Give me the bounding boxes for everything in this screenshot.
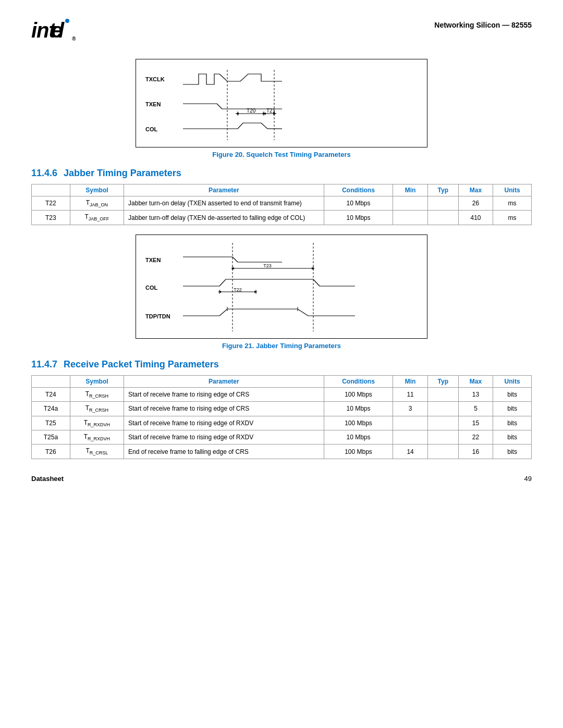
col-header-typ: Typ bbox=[427, 375, 458, 387]
row-symbol: TR_CRSH bbox=[70, 402, 124, 416]
table-row: T23 TJAB_OFF Jabber turn-off delay (TXEN… bbox=[32, 211, 532, 225]
svg-text:TXCLK: TXCLK bbox=[145, 76, 165, 82]
section-11-4-6-number: 11.4.6 bbox=[31, 168, 57, 179]
row-id: T24a bbox=[32, 402, 70, 416]
svg-line-23 bbox=[261, 123, 267, 129]
col-header-parameter: Parameter bbox=[124, 375, 324, 387]
figure21-container: TXEN COL TDP/TDN T23 bbox=[31, 235, 532, 350]
row-typ bbox=[427, 430, 458, 444]
row-symbol: TJAB_OFF bbox=[70, 211, 124, 225]
table-row: T24 TR_CRSH Start of receive frame to ri… bbox=[32, 387, 532, 401]
svg-text:COL: COL bbox=[145, 285, 158, 291]
row-units: ms bbox=[493, 211, 532, 225]
figure20-diagram: TXCLK TXEN COL bbox=[136, 59, 427, 147]
section-11-4-6-title: Jabber Timing Parameters bbox=[64, 168, 181, 179]
col-header-id bbox=[32, 375, 70, 387]
svg-text:TXEN: TXEN bbox=[145, 257, 161, 263]
col-header-units: Units bbox=[493, 184, 532, 196]
row-max: 16 bbox=[458, 445, 493, 459]
col-header-symbol: Symbol bbox=[70, 375, 124, 387]
row-id: T22 bbox=[32, 196, 70, 211]
row-units: bits bbox=[493, 387, 532, 401]
row-parameter: Jabber turn-off delay (TXEN de-asserted … bbox=[124, 211, 324, 225]
row-units: ms bbox=[493, 196, 532, 211]
row-min: 11 bbox=[393, 387, 427, 401]
jabber-timing-table: Symbol Parameter Conditions Min Typ Max … bbox=[31, 184, 532, 225]
table-row: T25 TR_RXDVH Start of receive frame to r… bbox=[32, 416, 532, 430]
col-header-conditions: Conditions bbox=[324, 184, 393, 196]
col-header-id bbox=[32, 184, 70, 196]
col-header-max: Max bbox=[458, 184, 493, 196]
footer-page-number: 49 bbox=[524, 475, 532, 483]
row-max: 5 bbox=[458, 402, 493, 416]
page-header: int l e ® Networking Silicon — 82555 bbox=[31, 16, 532, 48]
svg-text:T23: T23 bbox=[263, 263, 272, 268]
col-header-max: Max bbox=[458, 375, 493, 387]
svg-text:T20: T20 bbox=[247, 108, 256, 114]
row-symbol: TR_RXDVH bbox=[70, 430, 124, 444]
row-min bbox=[393, 211, 427, 225]
row-max: 22 bbox=[458, 430, 493, 444]
col-header-units: Units bbox=[493, 375, 532, 387]
col-header-symbol: Symbol bbox=[70, 184, 124, 196]
intel-logo: int l e ® bbox=[31, 16, 78, 48]
row-parameter: Start of receive frame to rising edge of… bbox=[124, 402, 324, 416]
row-typ bbox=[427, 445, 458, 459]
section-11-4-7-heading: 11.4.7 Receive Packet Timing Parameters bbox=[31, 359, 532, 370]
row-units: bits bbox=[493, 416, 532, 430]
row-symbol: TR_CRSH bbox=[70, 387, 124, 401]
row-units: bits bbox=[493, 402, 532, 416]
figure21-diagram: TXEN COL TDP/TDN T23 bbox=[136, 235, 427, 339]
section-11-4-7-number: 11.4.7 bbox=[31, 359, 57, 370]
figure20-container: TXCLK TXEN COL bbox=[31, 59, 532, 158]
svg-text:T22: T22 bbox=[234, 287, 242, 292]
row-units: bits bbox=[493, 430, 532, 444]
row-symbol: TJAB_ON bbox=[70, 196, 124, 211]
svg-point-3 bbox=[65, 19, 69, 23]
row-id: T25 bbox=[32, 416, 70, 430]
row-parameter: End of receive frame to falling edge of … bbox=[124, 445, 324, 459]
row-min: 14 bbox=[393, 445, 427, 459]
table-row: T24a TR_CRSH Start of receive frame to r… bbox=[32, 402, 532, 416]
figure21-caption: Figure 21. Jabber Timing Parameters bbox=[222, 342, 341, 350]
row-typ bbox=[427, 387, 458, 401]
row-symbol: TR_RXDVH bbox=[70, 416, 124, 430]
row-typ bbox=[427, 402, 458, 416]
row-conditions: 10 Mbps bbox=[324, 211, 393, 225]
svg-text:TDP/TDN: TDP/TDN bbox=[145, 313, 170, 319]
col-header-parameter: Parameter bbox=[124, 184, 324, 196]
row-conditions: 10 Mbps bbox=[324, 430, 393, 444]
table-row: T26 TR_CRSL End of receive frame to fall… bbox=[32, 445, 532, 459]
row-typ bbox=[427, 196, 458, 211]
row-parameter: Jabber turn-on delay (TXEN asserted to e… bbox=[124, 196, 324, 211]
row-conditions: 100 Mbps bbox=[324, 387, 393, 401]
svg-text:e: e bbox=[51, 19, 63, 42]
page-footer: Datasheet 49 bbox=[31, 475, 532, 483]
row-parameter: Start of receive frame to rising edge of… bbox=[124, 416, 324, 430]
row-min bbox=[393, 196, 427, 211]
row-max: 13 bbox=[458, 387, 493, 401]
receive-packet-timing-table: Symbol Parameter Conditions Min Typ Max … bbox=[31, 375, 532, 459]
col-header-min: Min bbox=[393, 184, 427, 196]
row-parameter: Start of receive frame to rising edge of… bbox=[124, 430, 324, 444]
row-symbol: TR_CRSL bbox=[70, 445, 124, 459]
row-id: T23 bbox=[32, 211, 70, 225]
row-typ bbox=[427, 211, 458, 225]
row-id: T25a bbox=[32, 430, 70, 444]
row-conditions: 10 Mbps bbox=[324, 402, 393, 416]
section-11-4-6-heading: 11.4.6 Jabber Timing Parameters bbox=[31, 168, 532, 179]
row-max: 26 bbox=[458, 196, 493, 211]
row-min bbox=[393, 430, 427, 444]
row-min: 3 bbox=[393, 402, 427, 416]
row-id: T26 bbox=[32, 445, 70, 459]
svg-text:COL: COL bbox=[145, 126, 158, 132]
col-header-min: Min bbox=[393, 375, 427, 387]
svg-text:TXEN: TXEN bbox=[145, 101, 161, 107]
svg-text:®: ® bbox=[72, 36, 76, 42]
row-conditions: 10 Mbps bbox=[324, 196, 393, 211]
row-parameter: Start of receive frame to rising edge of… bbox=[124, 387, 324, 401]
svg-marker-15 bbox=[235, 113, 239, 115]
row-max: 410 bbox=[458, 211, 493, 225]
header-title: Networking Silicon — 82555 bbox=[434, 16, 532, 29]
row-conditions: 100 Mbps bbox=[324, 445, 393, 459]
